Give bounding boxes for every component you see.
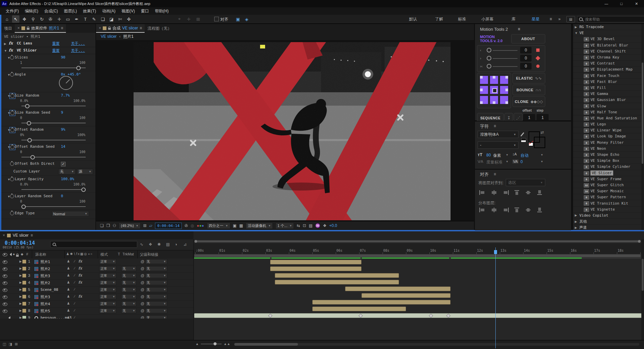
bounce-button[interactable]: BOUNCE∩∩ — [512, 85, 545, 95]
param-value[interactable]: 14 — [61, 144, 65, 149]
param-slider[interactable] — [21, 123, 86, 123]
parent-dropdown[interactable]: 无▼ — [145, 301, 167, 306]
trkmat-dropdown[interactable]: 无▼ — [121, 266, 137, 271]
trkmat-dropdown[interactable]: 无▼ — [121, 273, 137, 278]
menu-item-图层(L)[interactable]: 图层(L) — [61, 8, 80, 14]
fill-color-swatch[interactable] — [529, 131, 540, 143]
blend-mode-dropdown[interactable]: 正常▼ — [99, 266, 116, 271]
effect-item-label[interactable]: VE Channel Shift — [590, 49, 626, 53]
tab-effect-controls[interactable]: × 效果控件 照片1 ≡ — [15, 24, 66, 33]
stopwatch-icon[interactable] — [10, 211, 14, 215]
effect-item-VE Look Up Image[interactable]: 8 VE Look Up Image — [573, 133, 641, 139]
panel-menu-icon[interactable]: ≡ — [494, 124, 496, 128]
hand-tool-icon[interactable]: ✥ — [21, 15, 28, 23]
effect-item-label[interactable]: VE Money Filter — [590, 140, 624, 145]
layer-name[interactable]: 照片4 — [41, 302, 50, 307]
layer-duration-bar[interactable] — [275, 273, 399, 278]
timeline-search-input[interactable] — [58, 242, 102, 247]
param-slider[interactable] — [21, 140, 86, 140]
layer-name[interactable]: Scene_08 — [41, 287, 58, 292]
view-axis-icon[interactable]: ⊞ — [194, 15, 202, 23]
group-label[interactable]: RG Trapcode — [579, 25, 604, 29]
eyedropper-icon[interactable] — [520, 132, 524, 137]
layer-duration-bar[interactable] — [270, 260, 361, 264]
shy-switch-icon[interactable]: ♟ — [67, 287, 70, 291]
default-colors-icon[interactable] — [521, 139, 526, 142]
effect-item-VE Slicer[interactable]: 8 VE Slicer — [573, 170, 641, 176]
layer-duration-bar[interactable] — [194, 313, 643, 318]
effects-switch-icon[interactable]: fx — [78, 273, 82, 277]
nudge-knob[interactable] — [487, 48, 491, 52]
timeline-graph-area[interactable]: :00s01s02s03s04s05s06s07s08s09s10s11s12s… — [193, 239, 644, 340]
menu-item-帮助(H)[interactable]: 帮助(H) — [152, 8, 172, 14]
mask-feather-icon[interactable]: ▣ — [234, 15, 242, 23]
anchor-cell-2[interactable] — [490, 76, 498, 84]
close-tab-icon[interactable]: × — [3, 233, 5, 238]
menu-item-文件(F)[interactable]: 文件(F) — [3, 8, 22, 14]
layer-name[interactable]: 照片2 — [41, 280, 50, 285]
clone-stamp-tool-icon[interactable]: ❏ — [99, 15, 106, 23]
effects-switch-icon[interactable]: fx — [78, 266, 82, 270]
blend-mode-dropdown[interactable]: 正常▼ — [99, 294, 116, 299]
effects-switch-icon[interactable]: fx — [78, 294, 82, 299]
workspace-tab-小屏幕[interactable]: 小屏幕 — [481, 15, 493, 23]
help-search-input[interactable] — [584, 17, 629, 22]
parent-dropdown[interactable]: 无▼ — [145, 308, 167, 313]
close-icon[interactable]: ✕ — [629, 0, 644, 7]
nudge-track[interactable] — [493, 66, 517, 67]
effect-item-VE Money Filter[interactable]: 8 VE Money Filter — [573, 140, 641, 146]
effect-item-label[interactable]: VE Look Up Image — [590, 134, 626, 138]
timeline-zoom-slider[interactable] — [201, 344, 222, 344]
align-to-dropdown[interactable]: 选区▼ — [506, 179, 545, 186]
trkmat-dropdown[interactable]: 无▼ — [121, 308, 137, 313]
effect-item-VE Transition Kit[interactable]: 8 VE Transition Kit — [573, 200, 641, 206]
slice-anchor-x-icon[interactable] — [397, 114, 404, 121]
layer-row-8[interactable]: ▶ 8 照片5 ♟ ∕正常▼无▼@ 无▼ — [0, 308, 193, 315]
stopwatch-icon[interactable] — [10, 111, 14, 115]
effect-item-VE Chroma Key[interactable]: 8 VE Chroma Key — [573, 54, 641, 61]
slider-knob[interactable] — [21, 205, 26, 209]
flowchart-button-icon[interactable]: ♒ — [315, 223, 320, 228]
layer-row-1[interactable]: ▶ 1 照片1 ♟ ∕fx正常▼@ 无▼ — [0, 258, 193, 265]
param-slider[interactable] — [21, 106, 86, 106]
quality-switch-icon[interactable]: ∕ — [74, 259, 75, 263]
expander-icon[interactable]: ▶ — [575, 226, 577, 229]
timeline-zoom-knob[interactable] — [214, 342, 217, 345]
video-enabled-icon[interactable] — [3, 281, 7, 285]
pan-behind-tool-icon[interactable]: ✛ — [56, 15, 63, 23]
playhead-handle[interactable] — [494, 250, 497, 254]
expander-icon[interactable]: ▶ — [575, 220, 577, 223]
effect-item-label[interactable]: VE Super Pattern — [590, 195, 626, 199]
effect-item-VE Simple Cylinder[interactable]: 8 VE Simple Cylinder — [573, 164, 641, 170]
video-enabled-icon[interactable] — [3, 260, 7, 264]
pickwhip-icon[interactable]: @ — [141, 259, 144, 263]
anchor-cell-7[interactable] — [480, 96, 488, 104]
effect-item-label[interactable]: VE Gaussian Blur — [590, 98, 626, 102]
snapping-icon[interactable]: ◈ — [243, 15, 250, 23]
quality-switch-icon[interactable]: ∕ — [74, 309, 75, 312]
param-dropdown[interactable]: Normal▼ — [52, 211, 89, 217]
motion-blur-icon[interactable]: ◑ — [175, 242, 177, 247]
param-slider[interactable] — [21, 206, 86, 207]
effect-item-VE Contrast[interactable]: 8 VE Contrast — [573, 61, 641, 67]
navigator-end-handle[interactable] — [638, 240, 641, 243]
view-layout-dropdown[interactable]: 1 个...▼ — [275, 223, 294, 229]
show-snapshot-icon[interactable]: ◎ — [190, 223, 194, 228]
effect-item-label[interactable]: VE Chroma Key — [590, 55, 619, 60]
expand-inout-icon[interactable]: ⊞ — [15, 342, 18, 346]
exposure-value[interactable]: +0.0 — [329, 223, 337, 228]
slider-knob[interactable] — [30, 155, 35, 159]
time-navigator[interactable] — [194, 239, 641, 243]
stopwatch-icon[interactable] — [10, 128, 14, 132]
param-value[interactable]: 7.7% — [61, 93, 70, 98]
playhead-line[interactable] — [495, 247, 496, 348]
shy-switch-icon[interactable]: ♟ — [67, 280, 70, 284]
slider-knob[interactable] — [25, 104, 29, 108]
layer-name[interactable]: 照片3 — [41, 295, 50, 300]
panel-menu-icon[interactable]: ≡ — [140, 26, 142, 30]
maximize-icon[interactable]: □ — [614, 0, 629, 7]
expand-transfer-icon[interactable]: ◨ — [9, 342, 12, 346]
group-label[interactable]: 声道 — [579, 225, 587, 230]
camera-tool-icon[interactable]: ✇ — [47, 15, 54, 23]
layer-name[interactable]: 照片3 — [41, 273, 50, 278]
